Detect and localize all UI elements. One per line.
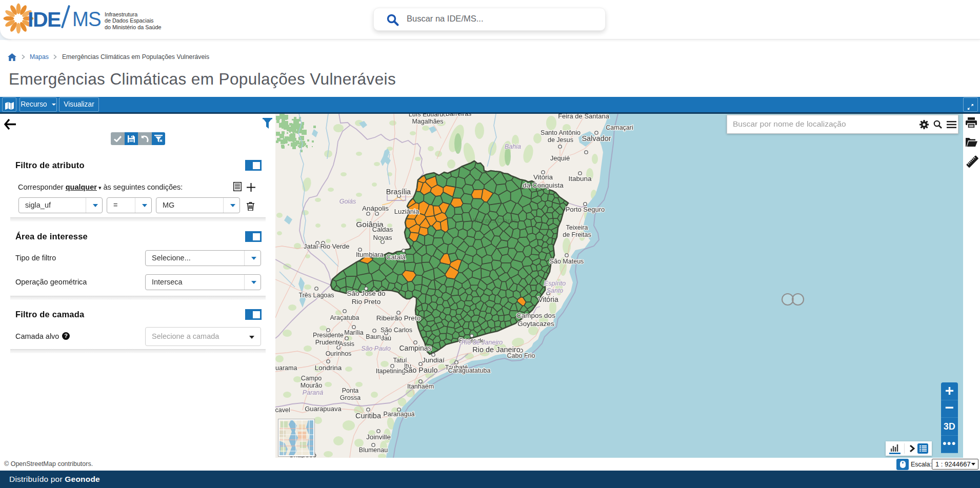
- svg-text:Rio de Janeiro: Rio de Janeiro: [462, 339, 503, 346]
- svg-text:Itabuna: Itabuna: [568, 175, 592, 182]
- svg-text:Rio de Janeiro: Rio de Janeiro: [472, 345, 521, 354]
- svg-text:Magalhães: Magalhães: [412, 118, 443, 125]
- svg-text:Paraná: Paraná: [303, 389, 323, 396]
- svg-text:Jaú: Jaú: [381, 335, 391, 342]
- svg-text:Goytacazes: Goytacazes: [517, 320, 554, 328]
- svg-text:Caldas: Caldas: [372, 226, 393, 233]
- svg-text:Santo Antônio: Santo Antônio: [541, 129, 581, 136]
- svg-text:Bahia: Bahia: [505, 143, 521, 150]
- svg-text:Araçatuba: Araçatuba: [330, 314, 359, 321]
- svg-text:Vitória: Vitória: [533, 173, 553, 181]
- svg-text:Feira de Santana: Feira de Santana: [558, 114, 610, 120]
- svg-text:Grossa: Grossa: [340, 394, 361, 401]
- svg-text:Novas: Novas: [373, 234, 392, 241]
- svg-text:Campinas: Campinas: [399, 344, 431, 352]
- svg-text:Joinville: Joinville: [366, 433, 391, 441]
- svg-text:Montes Claros: Montes Claros: [472, 217, 517, 225]
- svg-text:Ourinhos: Ourinhos: [326, 350, 352, 357]
- svg-text:Marília: Marília: [344, 329, 364, 336]
- svg-text:Campos dos: Campos dos: [516, 312, 555, 319]
- svg-text:São Paulo: São Paulo: [404, 366, 438, 374]
- svg-text:scavel: scavel: [275, 406, 290, 414]
- svg-text:Catalã: Catalã: [386, 253, 406, 261]
- svg-text:Paranaguá: Paranaguá: [383, 411, 414, 418]
- svg-text:Luís Eduardo: Luís Eduardo: [409, 114, 447, 118]
- svg-text:Bauru: Bauru: [366, 333, 383, 340]
- svg-text:São José do: São José do: [347, 290, 385, 297]
- svg-text:Camaçari: Camaçari: [606, 124, 633, 131]
- svg-text:Espírito: Espírito: [544, 280, 566, 287]
- svg-text:Goiás: Goiás: [339, 198, 356, 205]
- svg-text:Jundiaí: Jundiaí: [422, 356, 445, 364]
- svg-text:Rio Verde: Rio Verde: [320, 242, 349, 250]
- svg-text:Guarapuava: Guarapuava: [305, 405, 342, 413]
- svg-text:de Freitas: de Freitas: [563, 231, 591, 238]
- svg-text:Prudente: Prudente: [315, 339, 342, 346]
- svg-text:da Conquista: da Conquista: [523, 181, 564, 189]
- svg-text:Mourão: Mourão: [301, 382, 322, 389]
- svg-text:Londrina: Londrina: [315, 364, 342, 372]
- svg-text:Vitória: Vitória: [538, 295, 558, 303]
- svg-text:Santo: Santo: [547, 287, 564, 294]
- svg-text:Presidente: Presidente: [313, 332, 344, 339]
- svg-text:Teixeira: Teixeira: [566, 224, 588, 231]
- svg-text:Caraguatatuba: Caraguatatuba: [448, 367, 491, 374]
- svg-text:de Jesus: de Jesus: [548, 136, 573, 144]
- svg-text:São Paulo: São Paulo: [361, 345, 391, 352]
- svg-text:?: ?: [65, 333, 68, 339]
- svg-text:Assis: Assis: [339, 340, 354, 348]
- svg-text:Campo: Campo: [301, 375, 322, 382]
- svg-text:Jataí: Jataí: [304, 242, 318, 250]
- svg-text:São Mateus: São Mateus: [550, 258, 584, 265]
- svg-text:Anápolis: Anápolis: [362, 205, 389, 212]
- svg-text:Ponta: Ponta: [342, 387, 359, 394]
- svg-text:Barreiras: Barreiras: [446, 114, 472, 117]
- svg-text:Curitiba: Curitiba: [355, 412, 382, 420]
- svg-text:Ribeirão Preto: Ribeirão Preto: [376, 314, 421, 322]
- svg-text:Jequié: Jequié: [550, 154, 570, 162]
- svg-text:Brasília: Brasília: [386, 188, 411, 196]
- svg-text:Porto Seguro: Porto Seguro: [566, 206, 605, 213]
- svg-text:Luziânia: Luziânia: [394, 208, 419, 215]
- svg-text:Blumenau: Blumenau: [359, 446, 388, 454]
- svg-text:São Carlos: São Carlos: [381, 327, 412, 334]
- svg-text:Itanhaém: Itanhaém: [407, 383, 434, 390]
- svg-text:Itumbiara: Itumbiara: [356, 251, 384, 258]
- svg-text:Três Lagoas: Três Lagoas: [298, 292, 334, 299]
- svg-text:Rio Preto: Rio Preto: [352, 298, 381, 306]
- svg-text:Salvador: Salvador: [582, 134, 611, 143]
- svg-text:muarama: muarama: [275, 364, 297, 372]
